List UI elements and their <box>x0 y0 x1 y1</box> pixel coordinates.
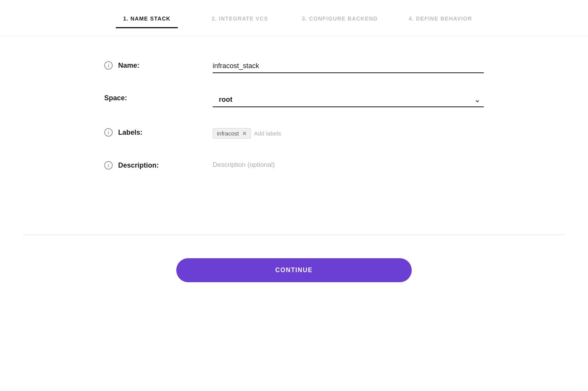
name-input[interactable] <box>213 60 484 73</box>
form-container: i Name: Space: root ⌄ i Labels: infracos… <box>81 36 507 227</box>
name-label-group: i Name: <box>104 60 213 70</box>
description-row: i Description: <box>104 159 484 192</box>
labels-label-group: i Labels: <box>104 127 213 137</box>
add-labels-button[interactable]: Add labels <box>254 130 281 137</box>
step-define-behavior[interactable]: 4. DEFINE BEHAVIOR <box>409 15 472 36</box>
continue-button-wrapper: CONTINUE <box>0 243 588 305</box>
description-label-group: i Description: <box>104 159 213 170</box>
labels-field: infracost ✕ Add labels <box>213 127 484 140</box>
stepper: 1. NAME STACK 2. INTEGRATE VCS 3. CONFIG… <box>0 0 588 36</box>
space-field: root ⌄ <box>213 93 484 107</box>
labels-label: Labels: <box>118 129 143 137</box>
description-label: Description: <box>118 161 159 170</box>
space-value: root <box>219 96 232 104</box>
chevron-down-icon: ⌄ <box>474 95 481 104</box>
space-label-group: Space: <box>104 93 213 102</box>
space-dropdown[interactable]: root ⌄ <box>213 93 484 107</box>
label-tag-infracost: infracost ✕ <box>213 128 251 139</box>
space-row: Space: root ⌄ <box>104 93 484 107</box>
description-field <box>213 159 484 192</box>
labels-row: i Labels: infracost ✕ Add labels <box>104 127 484 140</box>
step-integrate-vcs[interactable]: 2. INTEGRATE VCS <box>209 15 271 36</box>
labels-info-icon: i <box>104 128 113 137</box>
description-info-icon: i <box>104 161 113 170</box>
name-label: Name: <box>118 62 139 70</box>
space-label: Space: <box>104 94 127 102</box>
name-info-icon: i <box>104 61 113 70</box>
step-name-stack-underline <box>116 27 178 28</box>
bottom-divider <box>23 235 565 235</box>
label-tag-close-button[interactable]: ✕ <box>242 130 247 137</box>
step-define-behavior-label: 4. DEFINE BEHAVIOR <box>409 15 472 22</box>
step-configure-backend-label: 3. CONFIGURE BACKEND <box>302 15 378 22</box>
step-integrate-vcs-underline <box>209 27 271 28</box>
step-define-behavior-underline <box>409 27 471 28</box>
continue-button[interactable]: CONTINUE <box>176 258 412 282</box>
name-field <box>213 60 484 73</box>
step-configure-backend[interactable]: 3. CONFIGURE BACKEND <box>302 15 378 36</box>
step-configure-backend-underline <box>309 27 371 28</box>
label-tag-text: infracost <box>217 130 239 137</box>
description-input[interactable] <box>213 159 484 190</box>
step-integrate-vcs-label: 2. INTEGRATE VCS <box>211 15 268 22</box>
name-row: i Name: <box>104 60 484 73</box>
step-name-stack[interactable]: 1. NAME STACK <box>116 15 178 36</box>
step-name-stack-label: 1. NAME STACK <box>123 15 170 22</box>
